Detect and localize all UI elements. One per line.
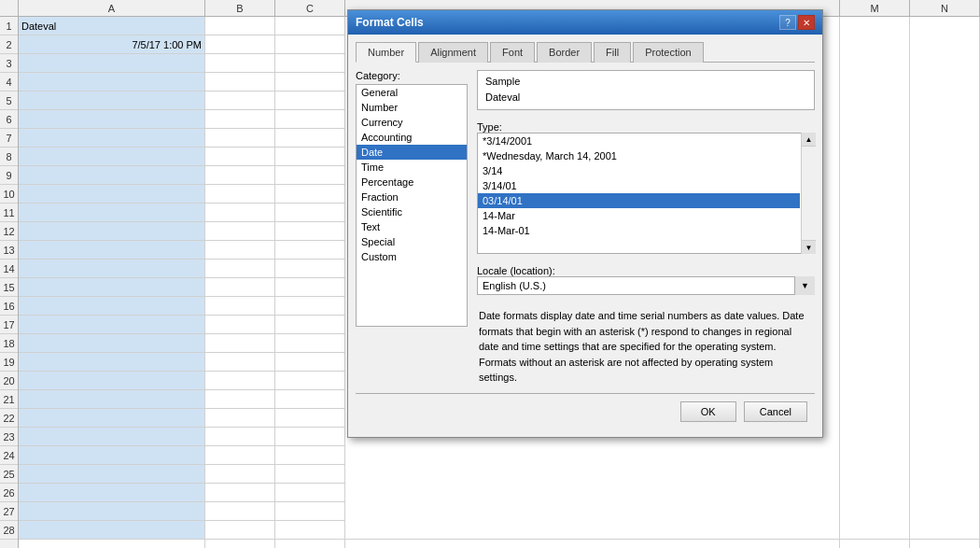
cell-b6[interactable] [205, 110, 274, 129]
cell-a10[interactable] [19, 185, 204, 204]
cell-c17[interactable] [275, 316, 344, 334]
cell-a25[interactable] [19, 465, 204, 484]
category-date[interactable]: Date [357, 145, 467, 160]
cancel-button[interactable]: Cancel [744, 401, 807, 422]
cell-c5[interactable] [275, 91, 344, 110]
cell-c14[interactable] [275, 260, 344, 278]
cell-c7[interactable] [275, 129, 344, 148]
tab-protection[interactable]: Protection [633, 42, 704, 63]
category-general[interactable]: General [357, 85, 467, 100]
cell-a28[interactable] [19, 521, 204, 540]
cell-b11[interactable] [205, 204, 274, 222]
cell-a19[interactable] [19, 353, 204, 372]
tab-number[interactable]: Number [356, 42, 416, 63]
category-accounting[interactable]: Accounting [357, 130, 467, 145]
cell-c11[interactable] [275, 204, 344, 222]
cell-a21[interactable] [19, 390, 204, 409]
help-button[interactable]: ? [779, 15, 796, 30]
category-list[interactable]: General Number Currency Accounting Date … [356, 84, 468, 327]
cell-a5[interactable] [19, 91, 204, 110]
cell-c9[interactable] [275, 166, 344, 185]
cell-b23[interactable] [205, 428, 274, 446]
cell-a12[interactable] [19, 222, 204, 241]
type-item-3[interactable]: 3/14/01 [478, 178, 800, 193]
scrollbar-down-button[interactable]: ▼ [802, 240, 816, 254]
cell-c10[interactable] [275, 185, 344, 204]
tab-fill[interactable]: Fill [594, 42, 631, 63]
cell-b18[interactable] [205, 334, 274, 353]
tab-border[interactable]: Border [537, 42, 592, 63]
type-list[interactable]: *3/14/2001 *Wednesday, March 14, 2001 3/… [477, 133, 815, 254]
type-item-4[interactable]: 03/14/01 [478, 193, 800, 208]
category-text[interactable]: Text [357, 219, 467, 234]
cell-c25[interactable] [275, 465, 344, 484]
cell-a27[interactable] [19, 502, 204, 521]
cell-b3[interactable] [205, 54, 274, 73]
cell-b25[interactable] [205, 465, 274, 484]
cell-a26[interactable] [19, 484, 204, 502]
cell-b22[interactable] [205, 409, 274, 428]
cell-c23[interactable] [275, 428, 344, 446]
cell-a13[interactable] [19, 241, 204, 260]
cell-c4[interactable] [275, 73, 344, 91]
cell-b5[interactable] [205, 91, 274, 110]
cell-a24[interactable] [19, 446, 204, 465]
cell-a16[interactable] [19, 297, 204, 316]
cell-b1[interactable] [205, 17, 274, 35]
ok-button[interactable]: OK [680, 401, 736, 422]
cell-b2[interactable] [205, 35, 274, 54]
cell-b12[interactable] [205, 222, 274, 241]
cell-a11[interactable] [19, 204, 204, 222]
cell-b28[interactable] [205, 521, 274, 540]
cell-c16[interactable] [275, 297, 344, 316]
cell-a17[interactable] [19, 316, 204, 334]
cell-b16[interactable] [205, 297, 274, 316]
cell-c20[interactable] [275, 372, 344, 390]
category-custom[interactable]: Custom [357, 249, 467, 264]
cell-a7[interactable] [19, 129, 204, 148]
cell-c2[interactable] [275, 35, 344, 54]
cell-a1[interactable]: Dateval [19, 17, 204, 35]
cell-b27[interactable] [205, 502, 274, 521]
category-special[interactable]: Special [357, 234, 467, 249]
cell-a18[interactable] [19, 334, 204, 353]
cell-b10[interactable] [205, 185, 274, 204]
close-button[interactable]: ✕ [798, 15, 815, 30]
cell-c21[interactable] [275, 390, 344, 409]
cell-c27[interactable] [275, 502, 344, 521]
scrollbar-up-button[interactable]: ▲ [802, 133, 816, 147]
cell-a14[interactable] [19, 260, 204, 278]
cell-c8[interactable] [275, 148, 344, 166]
category-currency[interactable]: Currency [357, 115, 467, 130]
cell-a20[interactable] [19, 372, 204, 390]
cell-a9[interactable] [19, 166, 204, 185]
cell-b21[interactable] [205, 390, 274, 409]
cell-b17[interactable] [205, 316, 274, 334]
type-item-2[interactable]: 3/14 [478, 163, 800, 178]
cell-b24[interactable] [205, 446, 274, 465]
type-item-5[interactable]: 14-Mar [478, 208, 800, 223]
cell-c15[interactable] [275, 278, 344, 297]
cell-a23[interactable] [19, 428, 204, 446]
cell-b14[interactable] [205, 260, 274, 278]
cell-a6[interactable] [19, 110, 204, 129]
cell-a2[interactable]: 7/5/17 1:00 PM [19, 35, 204, 54]
cell-c22[interactable] [275, 409, 344, 428]
category-scientific[interactable]: Scientific [357, 204, 467, 219]
cell-c26[interactable] [275, 484, 344, 502]
cell-b4[interactable] [205, 73, 274, 91]
tab-alignment[interactable]: Alignment [418, 42, 488, 63]
cell-b7[interactable] [205, 129, 274, 148]
cell-a15[interactable] [19, 278, 204, 297]
cell-b9[interactable] [205, 166, 274, 185]
cell-b15[interactable] [205, 278, 274, 297]
cell-a8[interactable] [19, 148, 204, 166]
cell-c12[interactable] [275, 222, 344, 241]
locale-select[interactable]: English (U.S.) [477, 276, 815, 295]
type-item-6[interactable]: 14-Mar-01 [478, 223, 800, 238]
cell-c6[interactable] [275, 110, 344, 129]
cell-c3[interactable] [275, 54, 344, 73]
cell-c13[interactable] [275, 241, 344, 260]
cell-c19[interactable] [275, 353, 344, 372]
cell-c28[interactable] [275, 521, 344, 540]
